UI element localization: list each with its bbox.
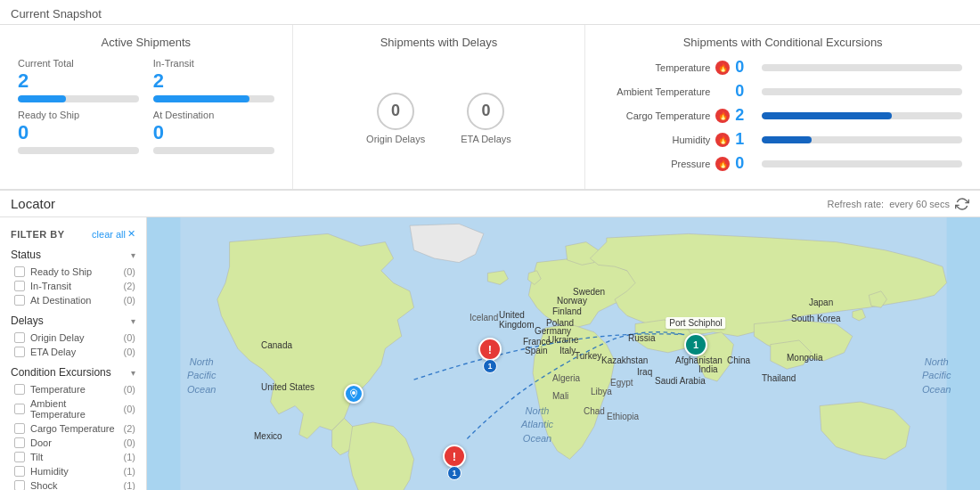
active-shipments-title: Active Shipments — [18, 36, 274, 49]
ready-to-ship-value: 0 — [18, 123, 139, 143]
filter-item-label: Shock — [30, 480, 58, 490]
conditions-section-header[interactable]: Condition Excursions ▾ — [0, 363, 146, 382]
filter-checkbox[interactable] — [14, 437, 25, 448]
excursion-value: 2 — [735, 106, 756, 125]
marker-badge-1: 1 — [483, 359, 497, 373]
ready-to-ship-label: Ready to Ship — [18, 110, 139, 120]
status-section: Status ▾ Ready to Ship (0) In-Transit (2… — [0, 245, 146, 307]
filter-checkbox[interactable] — [14, 466, 25, 477]
excursion-bar — [762, 136, 962, 143]
clear-icon: ✕ — [127, 228, 135, 240]
filter-item-left: Temperature — [14, 384, 86, 395]
ready-to-ship-bar — [18, 147, 139, 154]
origin-delays-label: Origin Delays — [366, 134, 425, 144]
excursion-icon: 🔥 — [715, 61, 730, 75]
in-transit-bar — [153, 95, 274, 102]
at-destination-value: 0 — [153, 123, 274, 143]
in-transit-value: 2 — [153, 71, 274, 91]
conditions-items: Temperature (0) Ambient Temperature (0) … — [0, 382, 146, 490]
list-item: At Destination (0) — [0, 293, 146, 307]
list-item: Shock (1) — [0, 478, 146, 490]
list-item: Cargo Temperature (2) — [0, 421, 146, 436]
teal-marker-1[interactable]: 1 — [684, 333, 707, 356]
marker-port-schiphol[interactable]: Port Schiphol 1 — [684, 333, 707, 356]
snapshot-header: Current Snapshot — [0, 0, 980, 25]
marker-location-1[interactable] — [344, 384, 363, 404]
delays-section-header[interactable]: Delays ▾ — [0, 311, 146, 331]
filter-item-left: Cargo Temperature — [14, 423, 115, 434]
filter-header: FILTER BY clear all ✕ — [0, 225, 146, 245]
warning-icon-2[interactable]: ! — [443, 445, 466, 468]
filter-checkbox[interactable] — [14, 266, 25, 277]
delays-label: Delays — [11, 314, 44, 327]
clear-all-button[interactable]: clear all ✕ — [92, 228, 135, 240]
ready-to-ship-stat: Ready to Ship 0 — [18, 110, 139, 154]
excursion-value: 0 — [735, 58, 756, 77]
excursion-row: Temperature 🔥 0 — [603, 58, 962, 77]
excursion-icon: 🔥 — [715, 133, 730, 147]
filter-item-label: Temperature — [30, 384, 86, 395]
excursion-bar — [762, 88, 962, 95]
refresh-info: Refresh rate: every 60 secs — [828, 197, 969, 211]
filter-checkbox[interactable] — [14, 452, 25, 462]
excursion-value: 1 — [735, 130, 756, 149]
list-item: Origin Delay (0) — [0, 331, 146, 345]
port-schiphol-label: Port Schiphol — [666, 317, 725, 329]
marker-warning-2[interactable]: ! 1 — [443, 445, 466, 468]
filter-item-left: ETA Delay — [14, 347, 76, 357]
filter-count: (1) — [124, 480, 135, 490]
at-destination-stat: At Destination 0 — [153, 110, 274, 154]
filter-checkbox[interactable] — [14, 332, 25, 343]
excursion-label: Temperature — [603, 62, 710, 73]
filter-count: (0) — [124, 437, 135, 448]
excursion-bar-fill — [762, 136, 812, 143]
excursion-icon: 🔥 — [715, 109, 730, 123]
filter-count: (0) — [124, 332, 135, 343]
filter-item-label: ETA Delay — [30, 347, 76, 357]
delays-items: Origin Delay (0) ETA Delay (0) — [0, 331, 146, 359]
world-map — [147, 217, 980, 490]
filter-checkbox[interactable] — [14, 347, 25, 357]
current-total-label: Current Total — [18, 58, 139, 69]
filter-checkbox[interactable] — [14, 384, 25, 395]
filter-checkbox[interactable] — [14, 295, 25, 306]
filter-item-label: At Destination — [30, 295, 91, 306]
location-icon-1[interactable] — [344, 384, 363, 404]
marker-warning-1[interactable]: ! 1 — [478, 338, 502, 361]
excursion-row: Humidity 🔥 1 — [603, 130, 962, 149]
refresh-icon[interactable] — [955, 197, 969, 211]
filter-count: (1) — [124, 452, 135, 462]
filter-count: (0) — [124, 347, 135, 357]
excursions-panel: Shipments with Conditional Excursions Te… — [585, 25, 980, 189]
warning-icon-1[interactable]: ! — [478, 338, 502, 361]
filter-checkbox[interactable] — [14, 480, 25, 490]
refresh-label: Refresh rate: — [828, 199, 885, 209]
current-total-bar-fill — [18, 95, 66, 102]
locator-header: Locator Refresh rate: every 60 secs — [0, 191, 980, 217]
filter-count: (1) — [124, 466, 135, 477]
in-transit-stat: In-Transit 2 — [153, 58, 274, 102]
filter-item-left: Ready to Ship — [14, 266, 92, 277]
filter-checkbox[interactable] — [14, 404, 25, 414]
excursion-bar — [762, 160, 962, 167]
list-item: Temperature (0) — [0, 382, 146, 396]
excursions-rows: Temperature 🔥 0 Ambient Temperature 0 Ca… — [603, 58, 962, 173]
origin-delays-value: 0 — [377, 93, 414, 130]
excursion-label: Ambient Temperature — [603, 86, 710, 97]
filter-checkbox[interactable] — [14, 281, 25, 291]
filter-count: (2) — [124, 281, 135, 291]
locator-body: FILTER BY clear all ✕ Status ▾ Ready to … — [0, 217, 980, 490]
origin-delays-item: 0 Origin Delays — [366, 93, 425, 144]
locator-section: Locator Refresh rate: every 60 secs FILT… — [0, 191, 980, 490]
map-container[interactable]: NorthPacificOcean NorthAtlanticOcean Nor… — [147, 217, 980, 490]
marker-badge-2: 1 — [447, 466, 461, 480]
filter-item-label: Tilt — [30, 452, 43, 462]
delays-title: Shipments with Delays — [311, 36, 568, 49]
status-section-header[interactable]: Status ▾ — [0, 245, 146, 265]
filter-checkbox[interactable] — [14, 423, 25, 434]
excursion-value: 0 — [735, 154, 756, 173]
at-destination-bar — [153, 147, 274, 154]
filter-item-label: Door — [30, 437, 52, 448]
excursion-bar — [762, 112, 962, 119]
active-shipments-panel: Active Shipments Current Total 2 In-Tran… — [0, 25, 293, 189]
